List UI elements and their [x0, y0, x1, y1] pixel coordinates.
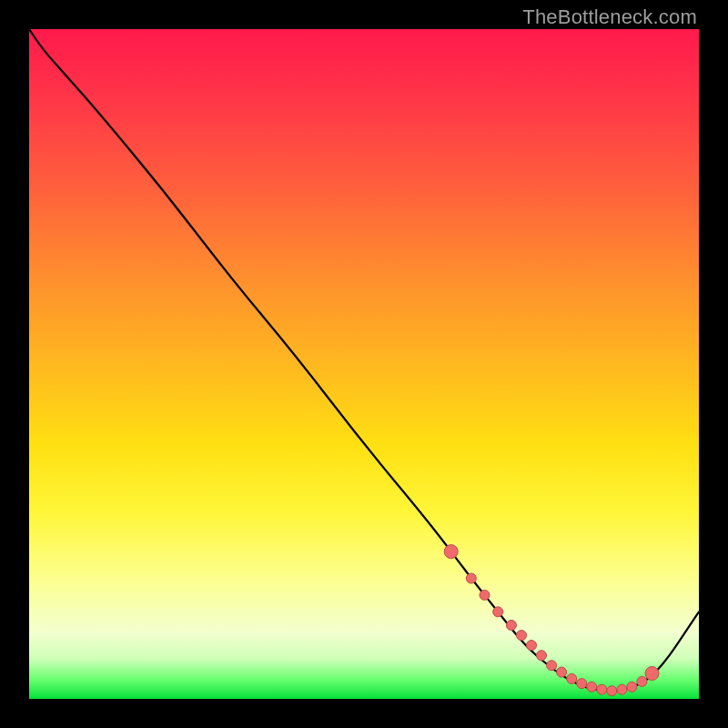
plot-area [29, 29, 699, 699]
highlight-dot [466, 573, 476, 583]
highlight-dot [587, 682, 597, 692]
highlight-dot [645, 667, 659, 681]
chart-stage: TheBottleneck.com [0, 0, 728, 728]
highlight-dot [567, 673, 577, 683]
highlight-dot [444, 545, 458, 559]
highlight-dot [547, 661, 557, 671]
highlight-dot [537, 651, 547, 661]
highlight-dot [607, 686, 617, 696]
highlight-dot [506, 621, 516, 631]
highlight-dot [517, 631, 527, 641]
highlight-dot [493, 607, 503, 617]
highlight-dot [577, 679, 587, 689]
highlight-dot [627, 682, 637, 692]
highlight-dot [557, 667, 567, 677]
attribution-label: TheBottleneck.com [522, 5, 697, 29]
highlight-dot [637, 676, 647, 686]
highlight-dot-group [444, 545, 659, 696]
highlight-dot [617, 684, 627, 694]
highlight-dot [480, 590, 490, 600]
highlight-dot [527, 641, 537, 651]
highlight-dot [597, 684, 607, 694]
dots-layer [29, 29, 699, 699]
